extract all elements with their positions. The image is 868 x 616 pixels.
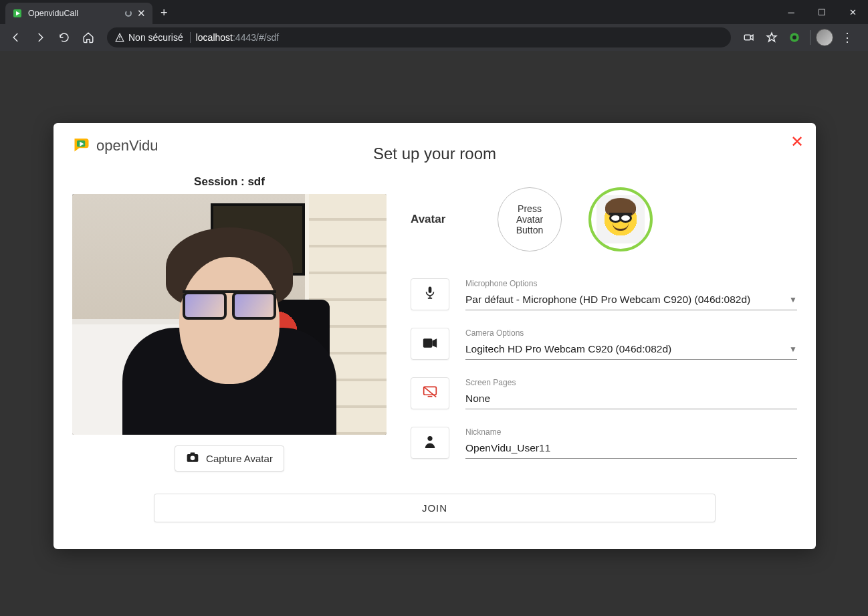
- camera-icon: [186, 451, 199, 466]
- svg-rect-2: [744, 35, 750, 40]
- session-label: Session : sdf: [72, 175, 387, 189]
- warning-icon: [115, 33, 124, 42]
- camera-select-value: Logitech HD Pro Webcam C920 (046d:082d): [465, 343, 785, 355]
- default-avatar-image: [596, 195, 645, 243]
- capture-avatar-label: Capture Avatar: [206, 453, 273, 464]
- avatar-placeholder-text: Press Avatar Button: [504, 203, 556, 235]
- svg-rect-11: [423, 338, 433, 348]
- toolbar-divider: [810, 30, 810, 45]
- screen-row: Screen Pages None: [411, 377, 797, 409]
- avatar-section: Avatar Press Avatar Button: [411, 187, 797, 251]
- screenshare-off-icon: [423, 385, 437, 402]
- browser-tabs: OpenviduCall ✕ + ─ ☐ ✕: [0, 0, 868, 24]
- camera-row: Camera Options Logitech HD Pro Webcam C9…: [411, 328, 797, 360]
- avatar-option-capture[interactable]: Press Avatar Button: [498, 187, 562, 251]
- toggle-camera-button[interactable]: [411, 328, 449, 360]
- svg-point-8: [191, 456, 195, 461]
- close-dialog-icon[interactable]: ✕: [790, 132, 804, 151]
- tab-favicon: [12, 8, 23, 19]
- chevron-down-icon: ▼: [789, 344, 797, 354]
- camera-indicator-icon[interactable]: [739, 27, 759, 48]
- profile-avatar-icon[interactable]: [816, 29, 833, 46]
- toggle-screenshare-button[interactable]: [411, 377, 449, 409]
- capture-avatar-button[interactable]: Capture Avatar: [175, 445, 284, 472]
- toggle-mic-button[interactable]: [411, 278, 449, 310]
- nav-reload-icon[interactable]: [53, 27, 75, 48]
- microphone-row: Microphone Options Par défaut - Micropho…: [411, 278, 797, 310]
- tab-close-icon[interactable]: ✕: [137, 7, 146, 19]
- nickname-input[interactable]: [465, 438, 797, 459]
- nickname-icon-button[interactable]: [411, 427, 449, 459]
- bookmark-star-icon[interactable]: [762, 27, 782, 48]
- toolbar-actions: ⋮: [739, 27, 863, 48]
- url-text: localhost:4443/#/sdf: [196, 32, 280, 43]
- brand-name: openVidu: [96, 137, 158, 155]
- window-controls: ─ ☐ ✕: [776, 0, 868, 24]
- screen-select[interactable]: None: [465, 389, 797, 409]
- browser-toolbar: Non sécurisé localhost:4443/#/sdf ⋮: [0, 24, 868, 51]
- svg-rect-10: [429, 286, 432, 292]
- nickname-row: Nickname: [411, 427, 797, 459]
- screen-select-value: None: [465, 393, 490, 404]
- browser-menu-icon[interactable]: ⋮: [836, 30, 859, 45]
- security-label: Non sécurisé: [128, 32, 183, 43]
- camera-field-label: Camera Options: [465, 328, 797, 338]
- logo-mark-icon: [72, 135, 91, 157]
- camera-preview: [72, 194, 387, 435]
- svg-rect-9: [191, 453, 195, 455]
- preview-column: Session : sdf: [72, 175, 387, 476]
- mic-field-label: Microphone Options: [465, 279, 797, 288]
- screen-field-label: Screen Pages: [465, 378, 797, 387]
- nav-back-icon[interactable]: [5, 27, 27, 48]
- new-tab-button[interactable]: +: [152, 2, 176, 24]
- window-close-button[interactable]: ✕: [837, 0, 868, 24]
- svg-marker-12: [432, 338, 437, 348]
- settings-column: Avatar Press Avatar Button: [411, 175, 797, 476]
- browser-tab[interactable]: OpenviduCall ✕: [5, 3, 152, 24]
- tab-loading-spinner: [125, 10, 132, 17]
- url-input[interactable]: Non sécurisé localhost:4443/#/sdf: [107, 27, 731, 47]
- svg-point-4: [792, 35, 796, 39]
- browser-window: OpenviduCall ✕ + ─ ☐ ✕ Non sécurisé: [0, 0, 868, 616]
- nav-home-icon[interactable]: [78, 27, 99, 48]
- chevron-down-icon: ▼: [789, 295, 797, 304]
- microphone-icon: [423, 286, 437, 304]
- tab-title: OpenviduCall: [28, 9, 120, 18]
- video-camera-icon: [423, 336, 437, 352]
- person-icon: [424, 435, 436, 451]
- window-maximize-button[interactable]: ☐: [806, 0, 837, 24]
- room-setup-dialog: ✕ openVidu Set up your room Session : sd…: [53, 123, 816, 549]
- mic-select[interactable]: Par défaut - Microphone (HD Pro Webcam C…: [465, 290, 797, 310]
- join-button[interactable]: JOIN: [154, 494, 716, 522]
- camera-select[interactable]: Logitech HD Pro Webcam C920 (046d:082d) …: [465, 339, 797, 360]
- site-security-info[interactable]: Non sécurisé: [115, 32, 191, 43]
- page-viewport: ✕ openVidu Set up your room Session : sd…: [0, 51, 868, 616]
- svg-point-15: [427, 435, 432, 440]
- avatar-section-label: Avatar: [411, 213, 457, 226]
- mic-select-value: Par défaut - Microphone (HD Pro Webcam C…: [465, 294, 785, 306]
- dialog-title: Set up your room: [72, 144, 797, 163]
- svg-rect-14: [428, 395, 433, 397]
- nickname-field-label: Nickname: [465, 427, 797, 437]
- window-minimize-button[interactable]: ─: [776, 0, 806, 24]
- avatar-option-default[interactable]: [588, 187, 653, 251]
- extension-icon[interactable]: [784, 27, 804, 48]
- nav-forward-icon[interactable]: [29, 27, 51, 48]
